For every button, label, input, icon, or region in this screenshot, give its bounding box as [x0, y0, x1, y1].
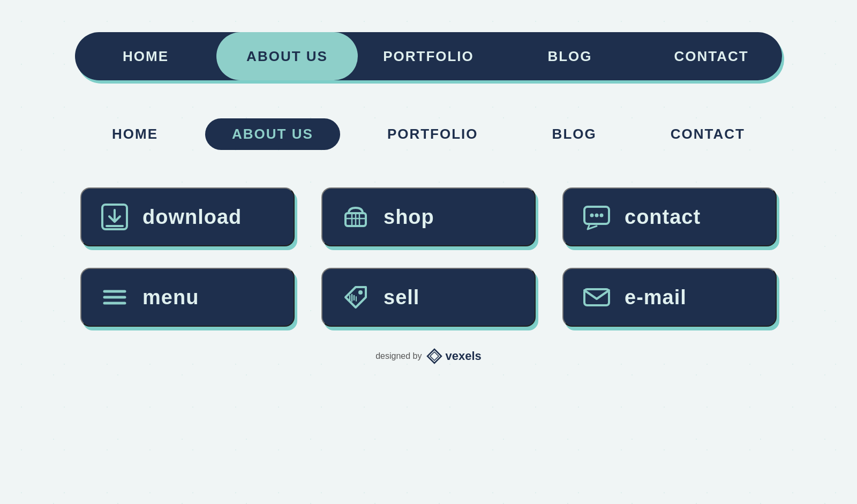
sell-label: sell	[384, 286, 419, 309]
footer: designed by vexels	[375, 348, 482, 364]
nav-portfolio-full[interactable]: PORTFOLIO	[358, 32, 499, 80]
button-grid: download shop	[75, 187, 782, 327]
svg-point-15	[358, 290, 363, 295]
nav-contact-minimal[interactable]: CONTACT	[644, 118, 772, 150]
svg-point-9	[590, 214, 594, 217]
nav-home-minimal[interactable]: HOME	[85, 118, 185, 150]
nav-home-full[interactable]: HOME	[75, 32, 216, 80]
email-label: e-mail	[625, 286, 687, 309]
brand-logo: vexels	[426, 348, 482, 364]
download-label: download	[142, 206, 242, 229]
menu-label: menu	[142, 286, 199, 309]
designed-by-text: designed by	[375, 351, 422, 361]
navbar-full: HOME ABOUT US PORTFOLIO BLOG CONTACT	[75, 32, 782, 80]
nav-about-full[interactable]: ABOUT US	[216, 32, 358, 80]
svg-point-11	[600, 214, 604, 217]
nav-blog-minimal[interactable]: BLOG	[525, 118, 623, 150]
sell-icon	[339, 280, 373, 314]
sell-button[interactable]: sell	[321, 268, 536, 327]
email-button[interactable]: e-mail	[562, 268, 777, 327]
contact-label: contact	[625, 206, 701, 229]
menu-icon	[97, 280, 132, 314]
svg-point-10	[595, 214, 599, 217]
nav-portfolio-minimal[interactable]: PORTFOLIO	[360, 118, 505, 150]
contact-icon	[580, 200, 614, 234]
vexels-brand-text: vexels	[446, 349, 482, 363]
menu-button[interactable]: menu	[80, 268, 295, 327]
shop-button[interactable]: shop	[321, 187, 536, 246]
nav-contact-full[interactable]: CONTACT	[641, 32, 782, 80]
shop-icon	[339, 200, 373, 234]
navbar-minimal: HOME ABOUT US PORTFOLIO BLOG CONTACT	[75, 112, 782, 155]
download-button[interactable]: download	[80, 187, 295, 246]
nav-blog-full[interactable]: BLOG	[499, 32, 641, 80]
download-icon	[97, 200, 132, 234]
vexels-diamond-icon	[426, 348, 442, 364]
shop-label: shop	[384, 206, 434, 229]
email-icon	[580, 280, 614, 314]
nav-about-minimal[interactable]: ABOUT US	[205, 118, 340, 150]
contact-button[interactable]: contact	[562, 187, 777, 246]
